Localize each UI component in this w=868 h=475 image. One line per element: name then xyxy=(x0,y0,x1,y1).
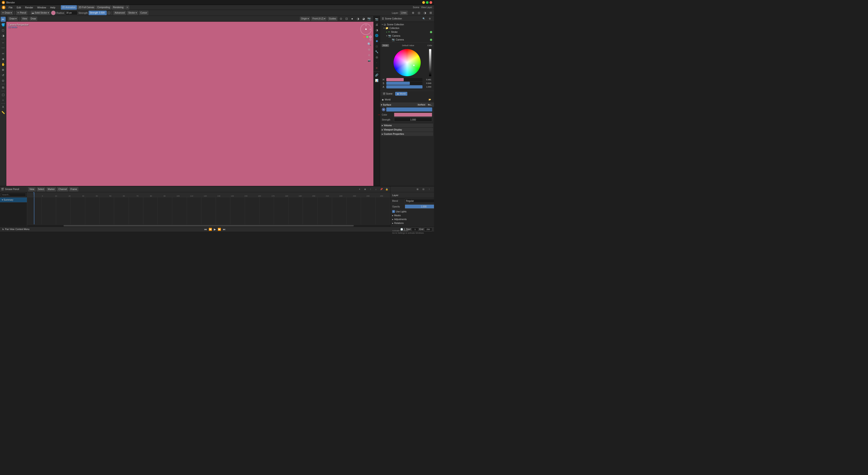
node-input-bar[interactable] xyxy=(386,108,432,112)
tool-transform[interactable]: ↔ xyxy=(1,40,6,45)
relations-section[interactable]: ▸ Relations xyxy=(391,221,434,225)
world-tab[interactable]: ◉ World xyxy=(395,92,407,96)
viewport-display-header[interactable]: ▸ Viewport Display xyxy=(381,128,433,131)
color-dot-1[interactable] xyxy=(363,36,365,38)
timeline-scrollbar-thumb[interactable] xyxy=(64,225,354,227)
tool-select-box[interactable]: ▢ xyxy=(1,92,6,97)
tool-pinch[interactable]: ⊙ xyxy=(1,78,6,83)
advanced-button[interactable]: Advanced xyxy=(113,11,126,15)
outliner-options-icon[interactable]: ⚙ xyxy=(427,16,432,21)
viewport-shading-rendered[interactable]: ◕ xyxy=(361,16,366,21)
outliner-filter-icon[interactable]: 🔍 xyxy=(421,16,426,21)
color-dot-2[interactable] xyxy=(366,36,368,38)
color-preview[interactable] xyxy=(51,11,56,15)
tool-thickness[interactable]: ═ xyxy=(1,51,6,56)
outliner-collection[interactable]: ▾ 📁 Collection xyxy=(381,26,433,30)
prop-output-icon[interactable]: 🖨 xyxy=(374,22,379,27)
timeline-channel-btn[interactable]: Channel xyxy=(57,187,68,191)
nav-zoom-out[interactable]: ⊖ xyxy=(367,47,372,52)
blend-value[interactable]: Regular ▾ xyxy=(405,199,434,203)
color-wheel[interactable] xyxy=(394,49,421,76)
snap-button[interactable]: ⊕ xyxy=(410,10,415,16)
menu-render[interactable]: Render xyxy=(23,6,35,9)
minimize-button[interactable] xyxy=(422,1,425,4)
viewport-mode[interactable]: Draw ▾ xyxy=(8,17,18,21)
strength-prop-value[interactable]: 1.000 xyxy=(394,118,432,122)
color-dot-3[interactable] xyxy=(369,36,372,38)
prop-physics-icon[interactable]: ⚛ xyxy=(374,66,379,70)
prop-modifier-icon[interactable]: 🔧 xyxy=(374,49,379,54)
timeline-marker-btn[interactable]: Marker xyxy=(46,187,56,191)
viewport-view-selector[interactable]: Front (X-Z) ▾ xyxy=(311,17,327,21)
tool-clone[interactable]: ⧉ xyxy=(1,85,6,90)
opacity-value[interactable]: 1.000 xyxy=(405,205,434,209)
timeline-icon-4[interactable]: 📌 xyxy=(379,187,384,192)
tool-strength[interactable]: ◈ xyxy=(1,56,6,61)
viewport-camera[interactable]: 📷 xyxy=(367,16,372,21)
nav-zoom-in[interactable]: 🔍 xyxy=(367,41,372,47)
tool-erase[interactable]: ◻ xyxy=(1,28,6,33)
stroke-type[interactable]: ▬ Solid Stroke ▾ xyxy=(31,11,50,15)
layer-panel-icon-2[interactable]: ⊟ xyxy=(421,187,426,192)
workspace-2d-full-canvas[interactable]: 2D Full Canvas xyxy=(77,5,95,10)
tool-measure[interactable]: 📏 xyxy=(1,110,6,115)
nav-camera[interactable]: 📷 xyxy=(367,58,372,63)
outliner-camera-group[interactable]: ▾ 📷 Camera xyxy=(381,34,433,38)
prop-data-icon[interactable]: 📊 xyxy=(374,78,379,83)
start-frame-input[interactable] xyxy=(412,228,418,231)
timeline-search[interactable] xyxy=(1,193,26,197)
color-value-bar[interactable] xyxy=(429,49,431,76)
nav-zoom-fit[interactable]: ⊡ xyxy=(367,53,372,57)
close-button[interactable] xyxy=(430,1,432,4)
workspace-2d-animation[interactable]: 2D Animation xyxy=(61,5,77,10)
tool-push[interactable]: ⊕ xyxy=(1,67,6,72)
outliner-camera[interactable]: 📷 Camera xyxy=(381,38,433,41)
world-browse-button[interactable]: 📂 xyxy=(427,97,432,102)
rgb-tab[interactable]: RGB xyxy=(382,44,389,47)
jump-end-button[interactable]: ⏭ xyxy=(222,228,226,231)
s-slider[interactable] xyxy=(386,82,423,85)
menu-edit[interactable]: Edit xyxy=(15,6,23,9)
timeline-track-area[interactable] xyxy=(27,197,390,225)
viewport-shading-material[interactable]: ◑ xyxy=(355,16,360,21)
a-slider[interactable] xyxy=(386,85,423,88)
viewport-shading-solid[interactable]: ● xyxy=(350,16,355,21)
workspace-compositing[interactable]: Compositing xyxy=(96,5,111,10)
tool-draw[interactable]: ✏ xyxy=(1,17,6,22)
timeline-icon-5[interactable]: 🔒 xyxy=(384,187,389,192)
layer-panel-icon-3[interactable]: ↑ xyxy=(427,187,432,192)
layer-panel-icon-1[interactable]: ⊞ xyxy=(415,187,420,192)
menu-help[interactable]: Help xyxy=(49,6,57,9)
tool-smooth[interactable]: 〰 xyxy=(1,46,6,51)
outliner-scene-collection[interactable]: ▾ 🗂 Scene Collection xyxy=(381,23,433,26)
timeline-icon-2[interactable]: ↑ xyxy=(368,187,373,192)
tool-select-circle[interactable]: ○ xyxy=(1,97,6,102)
stroke-button[interactable]: Stroke ▾ xyxy=(127,11,138,15)
strength-checkbox[interactable] xyxy=(107,11,110,14)
timeline-select-btn[interactable]: Select xyxy=(37,187,46,191)
custom-properties-header[interactable]: ▸ Custom Properties xyxy=(381,132,433,136)
timeline-add-marker[interactable]: + xyxy=(357,187,362,192)
onion-button[interactable]: ◑ xyxy=(422,10,427,16)
timeline-icon-1[interactable]: ⊕ xyxy=(363,187,368,192)
h-slider[interactable] xyxy=(386,78,423,81)
outliner-stroke[interactable]: ▸ ✏ Stroke xyxy=(381,30,433,34)
mode-selector[interactable]: ✏ Draw ▾ xyxy=(1,11,13,15)
prop-object-icon[interactable]: □ xyxy=(374,44,379,49)
masks-section[interactable]: ▸ Masks xyxy=(391,213,434,217)
tool-annotate[interactable]: Ａ xyxy=(1,105,6,110)
multiframe-button[interactable]: ⊞ xyxy=(428,10,433,16)
end-frame-input[interactable] xyxy=(424,228,432,231)
tool-twist[interactable]: ↺ xyxy=(1,72,6,78)
surface-option[interactable]: Ba... xyxy=(427,103,433,106)
color-value[interactable] xyxy=(394,113,432,117)
tool-pencil[interactable]: ✏ Pencil xyxy=(16,11,27,15)
viewport-view-tab[interactable]: View xyxy=(21,17,29,21)
tool-fill[interactable]: 🪣 xyxy=(1,22,6,27)
timeline-scrollbar[interactable] xyxy=(27,225,390,227)
radius-input[interactable] xyxy=(65,11,78,15)
timeline-frame-btn[interactable]: Frame xyxy=(69,187,79,191)
viewport-origin[interactable]: Origin ▾ xyxy=(300,17,310,21)
step-back-button[interactable]: ⏪ xyxy=(208,228,213,231)
xray-icon[interactable]: ⊡ xyxy=(344,16,349,21)
